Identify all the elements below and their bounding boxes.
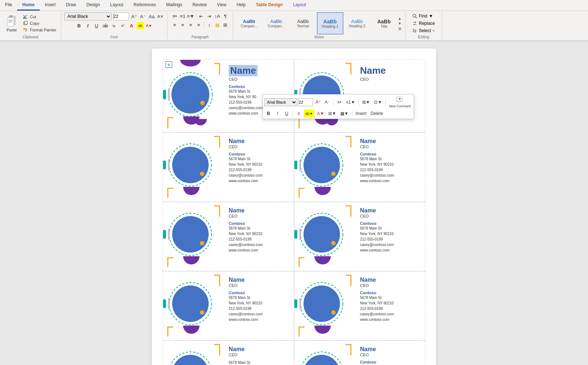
align-left-button[interactable]: ≡ xyxy=(171,21,178,28)
card6-company: Contoso xyxy=(360,221,394,226)
bold-button[interactable]: B xyxy=(76,22,83,29)
shading-button[interactable]: ▦ xyxy=(214,21,221,28)
change-case-button[interactable]: Aa xyxy=(148,13,155,20)
biz-card-9[interactable]: Name CEO 5678 Main St New York, NY 90210… xyxy=(163,341,294,365)
card9-decor xyxy=(163,341,225,365)
ft-bold-button[interactable]: B xyxy=(264,110,272,118)
borders-button[interactable]: ⊞ xyxy=(222,21,229,28)
find-button[interactable]: Find▼ xyxy=(410,13,437,19)
styles-expand[interactable]: ⊞ xyxy=(397,26,402,31)
biz-card-7[interactable]: Name CEO Contoso 5678 Main St New York, … xyxy=(163,271,294,341)
justify-button[interactable]: ≡ xyxy=(195,21,202,28)
new-comment-button[interactable]: New Comment xyxy=(387,96,412,109)
ft-delete-button[interactable]: Delete xyxy=(369,110,385,118)
align-right-button[interactable]: ≡ xyxy=(187,21,194,28)
copy-button[interactable]: Copy xyxy=(22,20,58,26)
tab-view[interactable]: View xyxy=(212,0,232,11)
styles-scroll-down[interactable]: ▼ xyxy=(397,21,402,26)
tab-help[interactable]: Help xyxy=(232,0,251,11)
ft-table-button[interactable]: ⊞▼ xyxy=(361,98,372,106)
tab-insert[interactable]: Insert xyxy=(40,0,61,11)
biz-card-5[interactable]: Name CEO Contoso 5678 Main St New York, … xyxy=(163,202,294,271)
ft-merge-button[interactable]: ⊡▼ xyxy=(372,98,383,106)
styles-scroll-up[interactable]: ▲ xyxy=(397,16,402,21)
font-size-input[interactable] xyxy=(113,12,129,20)
tab-design[interactable]: Design xyxy=(81,0,105,11)
sort-button[interactable]: ↕A xyxy=(214,12,221,20)
highlight-button[interactable]: ab xyxy=(137,22,144,29)
multilevel-button[interactable]: ≡▼ xyxy=(187,12,194,20)
clipboard-group: Paste Cut Copy Format Painter Clipboard xyxy=(0,12,61,40)
ft-divider1 xyxy=(333,99,333,105)
text-color-button[interactable]: A xyxy=(128,22,135,29)
italic-button[interactable]: I xyxy=(84,22,92,29)
replace-button[interactable]: Replace xyxy=(410,20,437,27)
font-shrink-button[interactable]: A⁻ xyxy=(139,13,147,20)
svg-line-11 xyxy=(415,17,417,18)
editing-group-content: Find▼ Replace Select ~ xyxy=(410,12,437,34)
ft-text-color-button[interactable]: A▼ xyxy=(316,110,326,118)
tab-layout2[interactable]: Layout xyxy=(288,0,311,11)
svg-point-44 xyxy=(200,310,204,315)
biz-card-4[interactable]: Name CEO Contoso 5678 Main St New York, … xyxy=(294,132,425,202)
style-heading1[interactable]: AaBb Heading 1 xyxy=(317,12,343,34)
align-center-button[interactable]: ≡ xyxy=(179,21,186,28)
superscript-button[interactable]: x² xyxy=(119,22,127,29)
numbering-button[interactable]: ≡1 xyxy=(179,12,186,20)
paste-button[interactable]: Paste xyxy=(3,13,20,34)
tab-layout[interactable]: Layout xyxy=(105,0,128,11)
biz-card-3[interactable]: Name CEO Contoso 5678 Main St New York, … xyxy=(163,132,294,202)
ft-underline-button[interactable]: U xyxy=(283,110,291,118)
tab-draw[interactable]: Draw xyxy=(61,0,81,11)
biz-card-10[interactable]: Name CEO Contoso 5678 Main St New York, … xyxy=(294,341,425,365)
ft-align-center-button[interactable]: ≡ xyxy=(295,110,303,118)
clear-formatting-button[interactable]: A✕ xyxy=(157,13,164,20)
font-name-select[interactable]: Arial Black xyxy=(64,12,112,20)
line-spacing-button[interactable]: ↕ xyxy=(206,21,213,28)
tab-mailings[interactable]: Mailings xyxy=(161,0,187,11)
increase-indent-button[interactable]: ⇥ xyxy=(206,12,213,20)
paste-label: Paste xyxy=(7,28,17,32)
card3-role: CEO xyxy=(229,145,263,149)
ft-bullets-button[interactable]: ≡• xyxy=(335,98,343,106)
ft-grow-button[interactable]: A⁺ xyxy=(314,98,322,106)
style-heading2[interactable]: AaBb Heading 2 xyxy=(344,12,370,34)
tab-file[interactable]: File xyxy=(0,0,17,11)
style-company2[interactable]: AaBb Compan... xyxy=(263,12,289,34)
card10-decor xyxy=(294,341,356,365)
svg-rect-31 xyxy=(294,161,297,169)
style-company1[interactable]: AaBb Compan... xyxy=(236,12,262,34)
font-color-button[interactable]: A▼ xyxy=(146,22,153,29)
ft-italic-button[interactable]: I xyxy=(274,110,282,118)
style-normal[interactable]: AaBb Normal xyxy=(290,12,316,34)
card8-name: Name xyxy=(360,277,394,283)
ft-shading-button[interactable]: ▦▼ xyxy=(339,110,350,118)
add-handle[interactable]: + xyxy=(166,61,172,68)
decrease-indent-button[interactable]: ⇤ xyxy=(198,12,205,20)
svg-rect-2 xyxy=(9,15,12,18)
ft-insert-button[interactable]: Insert xyxy=(354,110,368,118)
cut-button[interactable]: Cut xyxy=(22,14,58,20)
biz-card-8[interactable]: Name CEO Contoso 5678 Main St New York, … xyxy=(294,271,425,341)
font-grow-button[interactable]: A⁺ xyxy=(131,13,138,20)
ft-numbering-button[interactable]: ≡1▼ xyxy=(344,98,357,106)
underline-button[interactable]: U xyxy=(93,22,100,29)
subscript-button[interactable]: x₂ xyxy=(111,22,118,29)
ft-borders-button[interactable]: ⊞▼ xyxy=(327,110,338,118)
tab-references[interactable]: References xyxy=(128,0,161,11)
tab-home[interactable]: Home xyxy=(17,0,39,11)
bullets-button[interactable]: ≡• xyxy=(171,12,178,20)
tab-review[interactable]: Review xyxy=(187,0,212,11)
ft-font-size[interactable] xyxy=(298,98,313,106)
strikethrough-button[interactable]: ab̶ xyxy=(102,22,109,29)
tab-table-design[interactable]: Table Design xyxy=(251,0,288,11)
select-button[interactable]: Select ~ xyxy=(410,27,437,34)
show-marks-button[interactable]: ¶ xyxy=(222,12,229,20)
style-title[interactable]: AaBb Title xyxy=(371,12,397,34)
card4-name: Name xyxy=(360,138,394,145)
format-painter-button[interactable]: Format Painter xyxy=(22,27,58,33)
ft-highlight-button[interactable]: ab▼ xyxy=(304,110,314,118)
biz-card-6[interactable]: Name CEO Contoso 5678 Main St New York, … xyxy=(294,202,425,271)
ft-font-select[interactable]: Arial Black xyxy=(264,98,297,106)
ft-shrink-button[interactable]: A⁻ xyxy=(323,98,331,106)
